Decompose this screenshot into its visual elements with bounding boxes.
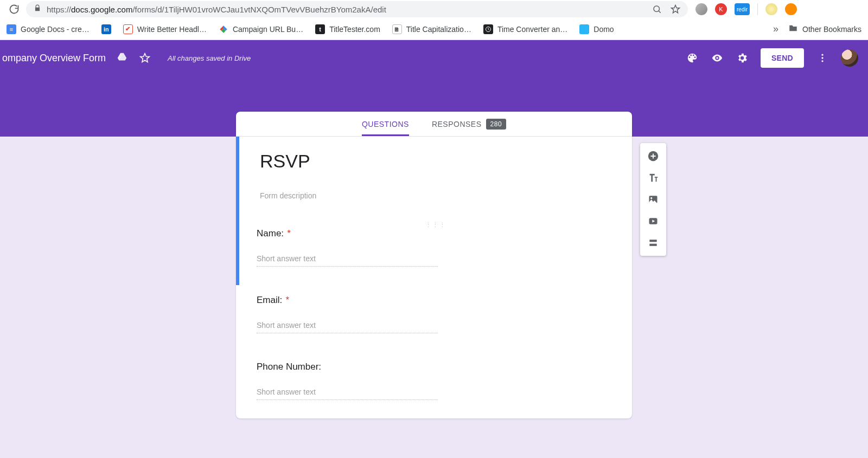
bookmark-favicon: t	[315, 24, 325, 34]
form-tabs: QUESTIONS RESPONSES 280	[236, 112, 632, 137]
answer-placeholder: Short answer text	[257, 388, 438, 400]
add-video-button[interactable]	[643, 211, 663, 231]
extension-redir-icon[interactable]: redir	[735, 3, 750, 15]
bookmark-label: TitleTester.com	[329, 25, 380, 34]
question-title[interactable]: Email:	[257, 295, 282, 305]
extension-icon[interactable]	[695, 3, 707, 15]
account-avatar[interactable]	[841, 49, 858, 67]
bookmark-item[interactable]: t TitleTester.com	[315, 24, 380, 34]
bookmark-item[interactable]: Time Converter an…	[483, 24, 567, 34]
more-icon[interactable]	[816, 51, 829, 64]
svg-point-5	[821, 60, 823, 62]
settings-icon[interactable]	[736, 51, 749, 64]
svg-point-3	[821, 54, 823, 56]
bookmark-favicon: in	[101, 24, 111, 34]
bookmark-favicon	[483, 24, 493, 34]
bookmark-item[interactable]: Domo	[579, 24, 614, 34]
save-status: All changes saved in Drive	[168, 54, 251, 62]
question-block[interactable]: ⋮⋮⋮ Name: * Short answer text	[236, 218, 632, 285]
move-to-drive-icon[interactable]	[116, 51, 129, 64]
extension-icon[interactable]: K	[715, 3, 727, 15]
svg-point-0	[654, 6, 660, 12]
canvas: QUESTIONS RESPONSES 280 RSVP Form descri…	[0, 137, 868, 458]
form-header-block[interactable]: RSVP Form description	[236, 137, 632, 218]
question-block[interactable]: Email: * Short answer text	[236, 285, 632, 352]
svg-point-2	[716, 57, 718, 59]
drag-handle-icon[interactable]: ⋮⋮⋮	[425, 222, 446, 229]
star-icon[interactable]	[671, 4, 680, 14]
search-icon[interactable]	[652, 4, 662, 14]
form-card: QUESTIONS RESPONSES 280 RSVP Form descri…	[236, 112, 632, 418]
bookmarks-overflow-icon[interactable]: »	[773, 23, 778, 35]
bookmark-label: Domo	[593, 25, 614, 34]
bookmark-item[interactable]: ≡ Google Docs - cre…	[7, 24, 90, 34]
extension-icon[interactable]	[785, 3, 797, 15]
svg-point-4	[821, 57, 823, 59]
response-count-badge: 280	[486, 119, 507, 130]
add-section-button[interactable]	[643, 233, 663, 253]
answer-placeholder: Short answer text	[257, 321, 438, 333]
form-description-placeholder[interactable]: Form description	[260, 191, 611, 200]
bookmark-label: Google Docs - cre…	[21, 25, 90, 34]
svg-point-8	[650, 197, 652, 199]
tab-responses[interactable]: RESPONSES 280	[432, 112, 506, 136]
bookmark-item[interactable]: in	[101, 24, 111, 34]
required-star: *	[288, 229, 291, 238]
reload-icon[interactable]	[7, 2, 22, 17]
question-block[interactable]: Phone Number: Short answer text	[236, 352, 632, 418]
extension-icon[interactable]	[765, 3, 777, 15]
bookmark-item[interactable]: Campaign URL Bu…	[219, 24, 303, 34]
bookmark-favicon: 🗎	[392, 24, 402, 34]
svg-rect-11	[649, 244, 656, 246]
bookmark-favicon: ≡	[7, 24, 16, 34]
tab-questions[interactable]: QUESTIONS	[362, 112, 409, 136]
form-title[interactable]: RSVP	[260, 151, 611, 172]
required-star: *	[286, 295, 289, 305]
floating-toolbar	[640, 143, 666, 256]
bookmark-item[interactable]: 🗎 Title Capitalizatio…	[392, 24, 471, 34]
bookmark-label: Title Capitalizatio…	[406, 25, 471, 34]
other-bookmarks-label: Other Bookmarks	[802, 25, 861, 34]
bookmark-label: Write Better Headl…	[137, 25, 207, 34]
preview-icon[interactable]	[711, 51, 724, 64]
tab-label: QUESTIONS	[362, 120, 409, 128]
browser-extensions: K redir	[692, 3, 797, 15]
other-bookmarks[interactable]: Other Bookmarks	[788, 23, 861, 35]
send-button[interactable]: SEND	[761, 48, 804, 68]
folder-icon	[788, 23, 798, 35]
url-text: https://docs.google.com/forms/d/1TiljHW0…	[47, 5, 386, 14]
bookmark-favicon: ✔	[123, 24, 133, 34]
add-title-button[interactable]	[643, 168, 663, 188]
bookmark-label: Campaign URL Bu…	[233, 25, 303, 34]
bookmark-favicon	[219, 24, 228, 34]
bookmark-favicon	[579, 24, 589, 34]
browser-toolbar: https://docs.google.com/forms/d/1TiljHW0…	[0, 0, 868, 18]
add-question-button[interactable]	[643, 146, 663, 166]
app-header: ompany Overview Form All changes saved i…	[0, 40, 868, 76]
document-title[interactable]: ompany Overview Form	[0, 53, 106, 64]
svg-rect-10	[649, 240, 656, 242]
bookmarks-bar: ≡ Google Docs - cre… in ✔ Write Better H…	[0, 18, 868, 40]
extension-separator	[757, 3, 758, 15]
answer-placeholder: Short answer text	[257, 254, 438, 267]
omnibox[interactable]: https://docs.google.com/forms/d/1TiljHW0…	[26, 1, 688, 17]
tab-label: RESPONSES	[432, 120, 482, 128]
star-icon[interactable]	[138, 51, 151, 64]
question-title[interactable]: Name:	[257, 228, 284, 238]
lock-icon	[34, 4, 41, 14]
add-image-button[interactable]	[643, 190, 663, 209]
bookmark-label: Time Converter an…	[497, 25, 567, 34]
bookmark-item[interactable]: ✔ Write Better Headl…	[123, 24, 207, 34]
question-title[interactable]: Phone Number:	[257, 362, 321, 372]
palette-icon[interactable]	[686, 51, 699, 64]
